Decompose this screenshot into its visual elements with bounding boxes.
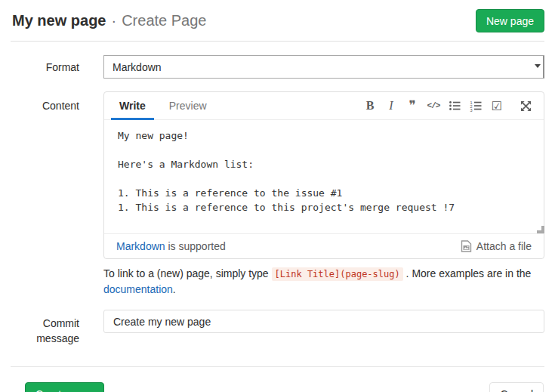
markdown-editor: Write Preview B I ❞ </> — [103, 91, 544, 259]
help-text-after: . More examples are in the — [403, 267, 532, 279]
create-page-button[interactable]: Create page — [25, 382, 104, 392]
commit-message-input[interactable] — [103, 310, 544, 333]
quote-icon[interactable]: ❞ — [402, 96, 423, 116]
tab-preview-label: Preview — [169, 100, 207, 112]
form-actions: Create page Cancel — [11, 366, 544, 392]
bold-icon[interactable]: B — [359, 96, 381, 116]
format-select[interactable]: Markdown — [103, 55, 544, 79]
tab-preview[interactable]: Preview — [161, 92, 215, 119]
create-wiki-page: My new page · Create Page New page Forma… — [0, 0, 555, 392]
task-list-icon[interactable]: ☑ — [486, 96, 507, 116]
numbered-list-icon[interactable]: 1 2 3 — [465, 96, 486, 116]
cancel-button[interactable]: Cancel — [489, 382, 544, 392]
editor-textarea-wrap: My new page! Here's a Markdown list: 1. … — [104, 120, 544, 233]
editor-toolbar-bar: Write Preview B I ❞ </> — [104, 92, 544, 120]
attach-file-button[interactable]: Attach a file — [461, 240, 532, 252]
page-title: My new page — [12, 12, 106, 29]
commit-message-row: Commit message — [11, 310, 544, 346]
svg-text:3: 3 — [470, 108, 473, 112]
italic-icon[interactable]: I — [381, 96, 402, 116]
title-separator: · — [111, 12, 116, 29]
format-row: Format Markdown — [11, 55, 544, 79]
editor-footer: Markdown is supported Attach a file — [104, 233, 544, 258]
bullet-list-icon[interactable] — [444, 96, 465, 116]
tab-write-label: Write — [119, 100, 146, 112]
wiki-help-text: To link to a (new) page, simply type [Li… — [103, 266, 544, 297]
documentation-link[interactable]: documentation — [103, 283, 173, 295]
code-icon[interactable]: </> — [423, 96, 444, 116]
help-text-period: . — [173, 283, 176, 295]
format-label: Format — [11, 55, 79, 75]
link-syntax-code: [Link Title](page-slug) — [272, 267, 403, 281]
wiki-content-textarea[interactable]: My new page! Here's a Markdown list: 1. … — [104, 120, 544, 233]
attach-file-label: Attach a file — [476, 240, 532, 252]
help-text-before: To link to a (new) page, simply type — [103, 267, 272, 279]
fullscreen-icon[interactable] — [515, 96, 536, 116]
tab-write[interactable]: Write — [111, 92, 154, 119]
resize-handle[interactable] — [534, 223, 541, 230]
content-label: Content — [11, 91, 79, 113]
markdown-help-link[interactable]: Markdown — [116, 240, 165, 252]
commit-message-label: Commit message — [11, 310, 79, 346]
content-row: Content Write Preview B I ❞ </> — [11, 91, 544, 259]
image-file-icon — [461, 240, 472, 252]
format-select-wrap: Markdown — [103, 55, 544, 79]
markdown-supported-text: is supported — [165, 240, 226, 252]
page-header: My new page · Create Page New page — [11, 0, 544, 42]
new-page-button[interactable]: New page — [476, 9, 544, 32]
formatting-toolbar: B I ❞ </> 1 — [359, 92, 544, 119]
page-subtitle: Create Page — [122, 12, 206, 29]
